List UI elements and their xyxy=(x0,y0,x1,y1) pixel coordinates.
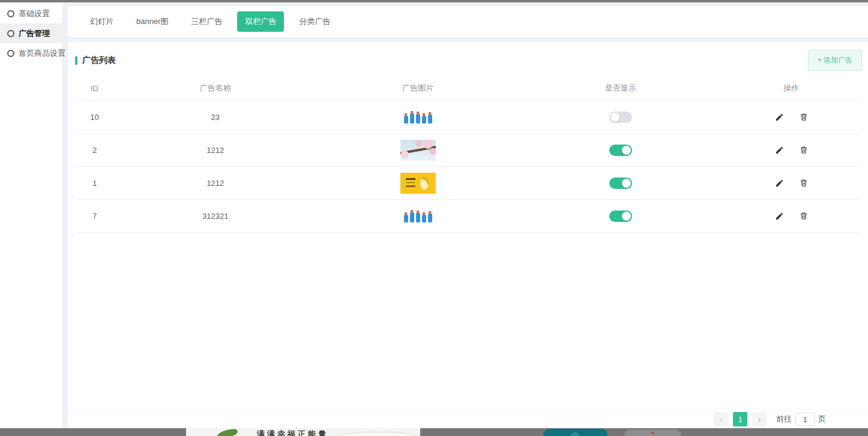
bottle-shape xyxy=(404,215,408,222)
page-unit-label: 页 xyxy=(818,414,826,425)
panel-header: 广告列表 + 添加广告 xyxy=(68,42,868,76)
cell-id: 2 xyxy=(92,146,97,155)
tab-two-column-ad[interactable]: 双栏广告 xyxy=(237,11,284,32)
main-area: 幻灯片banner图三栏广告双栏广告分类广告 广告列表 + 添加广告 ID广告名… xyxy=(63,2,868,428)
yellow-promo-banner-thumb xyxy=(400,173,436,194)
visibility-toggle[interactable] xyxy=(609,178,632,189)
cell-id: 1 xyxy=(92,179,97,188)
column-header: 操作 xyxy=(783,83,799,94)
visibility-toggle[interactable] xyxy=(609,112,632,123)
delete-button[interactable] xyxy=(800,113,808,121)
column-header: 广告图片 xyxy=(402,83,433,94)
cell-operations xyxy=(775,179,808,188)
column-header: 是否显示 xyxy=(605,83,636,94)
chevron-left-icon: ‹ xyxy=(720,414,723,424)
ad-type-tabbar: 幻灯片banner图三栏广告双栏广告分类广告 xyxy=(68,6,868,37)
tab-slideshow[interactable]: 幻灯片 xyxy=(82,11,121,32)
table-body: 102321212112127312321 xyxy=(75,101,861,233)
edit-button[interactable] xyxy=(775,113,784,122)
next-page-button[interactable]: › xyxy=(752,412,767,426)
cell-visibility xyxy=(609,211,632,222)
pencil-icon xyxy=(775,214,784,222)
goto-page-input[interactable] xyxy=(795,413,815,426)
pencil-icon xyxy=(775,115,784,124)
circle-icon xyxy=(7,10,14,17)
bottle-shape xyxy=(428,115,432,124)
bottle-shape xyxy=(422,116,426,124)
delete-button[interactable] xyxy=(800,212,808,220)
toggle-knob xyxy=(622,212,631,221)
bottle-shape xyxy=(416,114,420,124)
cell-ad-name: 23 xyxy=(211,113,220,122)
tab-category-ad[interactable]: 分类广告 xyxy=(291,11,338,32)
sidebar-item-basic-settings[interactable]: 基础设置 xyxy=(0,4,62,23)
plate-decoration xyxy=(336,432,421,436)
prev-page-button[interactable]: ‹ xyxy=(714,412,728,426)
table-header-row: ID广告名称广告图片是否显示操作 xyxy=(75,76,861,101)
settings-sidebar: 基础设置广告管理首页商品设置 xyxy=(0,2,63,428)
cell-ad-name: 1212 xyxy=(206,179,224,188)
column-header: ID xyxy=(91,84,98,93)
table-row: 21212 xyxy=(75,134,861,167)
cherry-blossom-branch-thumb xyxy=(400,140,436,161)
empty-space xyxy=(68,233,868,410)
visibility-toggle[interactable] xyxy=(609,145,632,156)
cell-operations xyxy=(775,113,808,122)
admin-app: 基础设置广告管理首页商品设置 幻灯片banner图三栏广告双栏广告分类广告 广告… xyxy=(0,2,868,428)
bottle-shape xyxy=(416,213,420,222)
sidebar-item-ad-management[interactable]: 广告管理 xyxy=(0,23,62,43)
table-row: 7312321 xyxy=(75,200,861,233)
cell-ad-name: 312321 xyxy=(202,212,228,221)
bottle-shape xyxy=(410,113,414,124)
delete-button[interactable] xyxy=(800,179,808,187)
tab-three-column-ad[interactable]: 三栏广告 xyxy=(183,11,230,32)
underlying-page-strip: 满满幸福正能量 xyxy=(0,428,868,436)
add-ad-button[interactable]: + 添加广告 xyxy=(808,50,862,71)
edit-button[interactable] xyxy=(775,179,784,188)
pagination: ‹ 1 › 前往 页 xyxy=(68,410,868,428)
ad-table: ID广告名称广告图片是否显示操作 102321212112127312321 xyxy=(68,76,868,233)
circle-icon xyxy=(7,50,14,57)
cell-id: 10 xyxy=(90,113,98,122)
cell-operations xyxy=(775,146,808,155)
trash-icon xyxy=(800,114,808,123)
cell-id: 7 xyxy=(92,212,97,221)
panel-title: 广告列表 xyxy=(75,55,116,66)
page-title: 广告列表 xyxy=(82,55,116,66)
blue-bottles-product-thumb xyxy=(402,208,433,224)
goto-page-group: 前往 页 xyxy=(776,413,826,426)
cell-operations xyxy=(775,212,808,221)
tab-banner-image[interactable]: banner图 xyxy=(128,11,176,32)
sidebar-item-label: 广告管理 xyxy=(19,28,50,39)
leaf-decoration xyxy=(217,428,238,436)
edit-button[interactable] xyxy=(775,212,784,221)
toggle-knob xyxy=(622,179,631,188)
bottle-shape xyxy=(410,212,414,222)
red-dot-decoration xyxy=(651,432,654,434)
table-row: 11212 xyxy=(75,167,861,200)
cell-visibility xyxy=(609,112,632,123)
edit-button[interactable] xyxy=(775,146,784,155)
trash-icon xyxy=(800,213,808,222)
cell-visibility xyxy=(609,178,632,189)
trash-icon xyxy=(800,147,808,156)
current-page-indicator[interactable]: 1 xyxy=(733,412,747,426)
underlying-banner-image: 满满幸福正能量 xyxy=(186,428,420,436)
table-row: 1023 xyxy=(75,101,861,134)
toggle-knob xyxy=(610,113,619,122)
underlying-banner-text: 满满幸福正能量 xyxy=(257,429,328,436)
sidebar-item-home-product-settings[interactable]: 首页商品设置 xyxy=(0,43,62,63)
title-marker xyxy=(75,56,77,65)
cell-visibility xyxy=(609,145,632,156)
bottle-shape xyxy=(428,214,432,222)
pencil-icon xyxy=(775,181,784,190)
bottle-shape xyxy=(422,215,426,222)
sidebar-item-label: 基础设置 xyxy=(19,8,50,19)
sidebar-item-label: 首页商品设置 xyxy=(19,48,65,59)
trash-icon xyxy=(800,180,808,189)
underlying-teal-button xyxy=(543,429,607,436)
delete-button[interactable] xyxy=(800,146,808,154)
chevron-right-icon: › xyxy=(758,414,761,424)
bottle-shape xyxy=(404,116,408,124)
visibility-toggle[interactable] xyxy=(609,211,632,222)
